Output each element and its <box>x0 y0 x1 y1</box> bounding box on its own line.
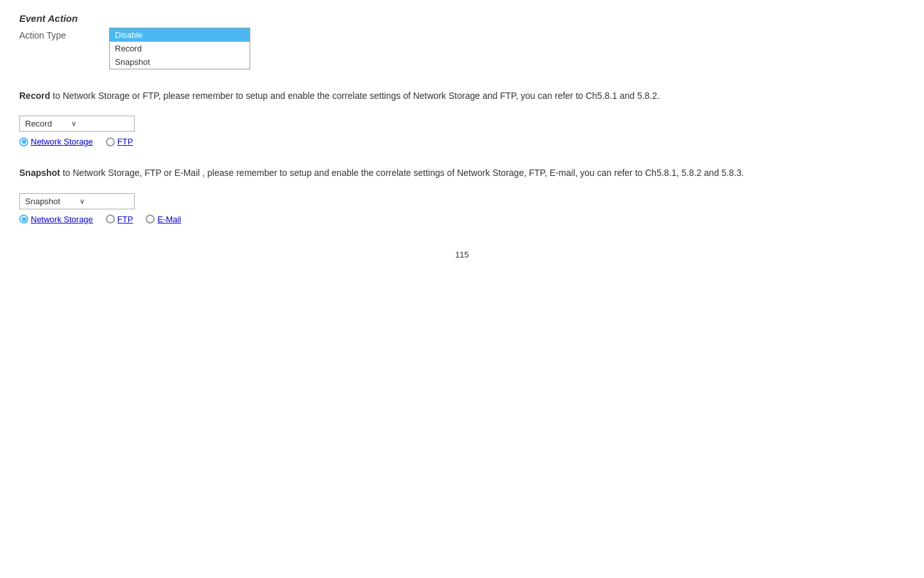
event-action-title: Event Action <box>19 13 905 24</box>
radio-label[interactable]: Network Storage <box>31 215 93 224</box>
record-select-row: Record ∨ <box>19 116 905 132</box>
radio-circle <box>106 137 115 146</box>
snapshot-radio-item[interactable]: FTP <box>106 215 133 224</box>
snapshot-select-value: Snapshot <box>25 197 60 206</box>
snapshot-description-text: to Network Storage, FTP or E-Mail , plea… <box>60 168 744 178</box>
action-type-label: Action Type <box>19 30 96 40</box>
radio-circle <box>106 215 115 223</box>
record-select-value: Record <box>25 119 52 128</box>
radio-label[interactable]: FTP <box>117 215 133 224</box>
record-radio-item[interactable]: Network Storage <box>19 137 93 146</box>
record-radio-item[interactable]: FTP <box>106 137 133 146</box>
radio-label[interactable]: E-Mail <box>157 215 181 224</box>
radio-label[interactable]: Network Storage <box>31 137 93 146</box>
snapshot-select-row: Snapshot ∨ <box>19 193 905 209</box>
radio-circle <box>19 215 28 223</box>
snapshot-radio-row: Network StorageFTPE-Mail <box>19 215 905 224</box>
record-bold-label: Record <box>19 91 50 101</box>
action-type-dropdown[interactable]: DisableRecordSnapshot <box>109 28 250 69</box>
snapshot-select-chevron: ∨ <box>80 197 85 206</box>
record-radio-row: Network StorageFTP <box>19 137 905 146</box>
radio-label[interactable]: FTP <box>117 137 133 146</box>
record-description-text: to Network Storage or FTP, please rememb… <box>50 91 660 101</box>
snapshot-section-paragraph: Snapshot to Network Storage, FTP or E-Ma… <box>19 166 905 180</box>
dropdown-item-record[interactable]: Record <box>110 42 250 55</box>
page-number: 115 <box>19 250 905 259</box>
snapshot-select[interactable]: Snapshot ∨ <box>19 193 135 209</box>
snapshot-radio-item[interactable]: E-Mail <box>146 215 181 224</box>
radio-circle <box>19 137 28 146</box>
record-select-chevron: ∨ <box>71 119 76 128</box>
snapshot-radio-item[interactable]: Network Storage <box>19 215 93 224</box>
action-type-row: Action Type DisableRecordSnapshot <box>19 28 905 69</box>
radio-circle <box>146 215 155 223</box>
dropdown-item-snapshot[interactable]: Snapshot <box>110 55 250 69</box>
snapshot-bold-label: Snapshot <box>19 168 60 178</box>
dropdown-item-disable[interactable]: Disable <box>110 28 250 42</box>
record-select[interactable]: Record ∨ <box>19 116 135 132</box>
record-section-paragraph: Record to Network Storage or FTP, please… <box>19 89 905 103</box>
